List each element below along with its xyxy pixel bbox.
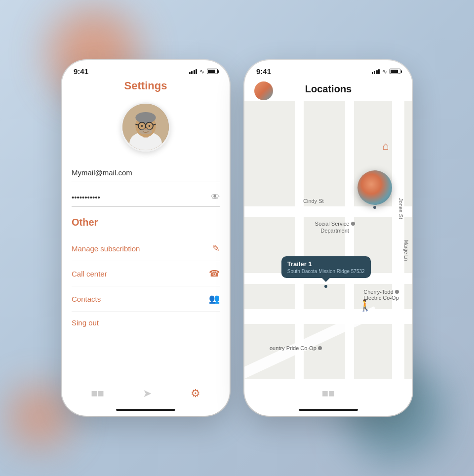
menu-item-contacts[interactable]: Contacts 👥: [72, 286, 220, 312]
bottom-nav-locations: ■■: [244, 379, 412, 404]
locations-title: Locations: [305, 83, 352, 94]
home-indicator-settings: [62, 404, 230, 416]
status-icons-locations: ∿: [372, 68, 401, 75]
street-v3: [392, 101, 404, 379]
person-pin: 🚶: [358, 299, 372, 312]
svg-point-11: [149, 125, 151, 127]
cindy-st-label: Cindy St: [303, 198, 324, 204]
home-bar-locations: [299, 409, 358, 411]
password-field[interactable]: [72, 188, 211, 206]
edit-icon: ✎: [212, 243, 220, 254]
contacts-icon: 👥: [209, 293, 220, 304]
tooltip-address: South Dacota Mission Ridge 57532: [287, 269, 365, 274]
menu-item-manage-subscription[interactable]: Manage subscribtion ✎: [72, 236, 220, 261]
social-service-poi: Social Service Department: [315, 220, 355, 235]
svg-point-13: [144, 128, 147, 130]
settings-title: Settings: [72, 79, 220, 92]
menu-item-call-label: Call center: [72, 270, 107, 278]
map-tooltip: Trailer 1 South Dacota Mission Ridge 575…: [281, 256, 371, 278]
phones-container: 9:41 ∿ Settings: [62, 60, 412, 416]
email-field[interactable]: [72, 163, 220, 182]
password-wrapper: 👁: [72, 188, 220, 207]
status-icons-settings: ∿: [189, 68, 218, 75]
street-h1: [244, 206, 412, 217]
map-container[interactable]: Cindy St 2nd St Jones St Marge Ln Social…: [244, 101, 412, 379]
menu-item-call-center[interactable]: Call center ☎: [72, 261, 220, 286]
signout-item[interactable]: Sing out: [72, 312, 220, 334]
status-time-locations: 9:41: [256, 67, 271, 76]
header-avatar-small: [254, 81, 273, 100]
status-time-settings: 9:41: [74, 67, 88, 76]
phone-locations: 9:41 ∿ Locations: [244, 60, 412, 416]
battery-icon-locations: [390, 69, 400, 74]
marge-ln-label: Marge Ln: [403, 240, 409, 261]
status-bar-locations: 9:41 ∿: [244, 60, 412, 79]
location-blob-marker: [357, 170, 392, 205]
country-pride-poi: ountry Pride Co-Op: [270, 345, 322, 351]
signal-icon-settings: [189, 69, 198, 74]
settings-nav-icon[interactable]: ⚙: [191, 387, 200, 400]
phone-settings: 9:41 ∿ Settings: [62, 60, 230, 416]
svg-point-10: [141, 125, 143, 127]
tooltip-title: Trailer 1: [287, 260, 365, 268]
tooltip-dot: [324, 285, 327, 288]
poi-pin-social: [351, 222, 355, 226]
menu-item-manage-label: Manage subscribtion: [72, 244, 140, 253]
section-other-label: Other: [72, 217, 220, 228]
grid-nav-icon-locations[interactable]: ■■: [322, 387, 335, 400]
svg-point-4: [135, 112, 156, 123]
menu-item-contacts-label: Contacts: [72, 295, 101, 303]
street-v2: [345, 101, 354, 379]
poi-pin-cherry: [395, 290, 399, 294]
avatar-container: [72, 102, 220, 152]
wifi-icon-locations: ∿: [382, 68, 387, 75]
location-nav-icon[interactable]: ➤: [143, 387, 152, 400]
street-v1: [295, 101, 304, 379]
poi-pin-country: [318, 346, 322, 350]
home-map-icon: ⌂: [382, 140, 389, 153]
signout-label: Sing out: [72, 318, 99, 327]
jones-st-label: Jones St: [398, 198, 404, 219]
bg-decoration-2: [10, 387, 69, 446]
avatar: [121, 102, 170, 152]
street-h3: [244, 309, 412, 324]
bottom-nav-settings: ■■ ➤ ⚙: [62, 379, 230, 404]
eye-icon[interactable]: 👁: [211, 192, 220, 202]
wifi-icon-settings: ∿: [199, 68, 204, 75]
status-bar-settings: 9:41 ∿: [62, 60, 230, 79]
signal-icon-locations: [372, 69, 380, 74]
phone-icon: ☎: [209, 268, 220, 279]
locations-header: Locations: [244, 79, 412, 101]
settings-content: Settings: [62, 79, 230, 379]
home-indicator-locations: [244, 404, 412, 416]
battery-icon-settings: [207, 69, 218, 74]
home-bar-settings: [116, 409, 175, 411]
grid-nav-icon[interactable]: ■■: [91, 387, 104, 400]
